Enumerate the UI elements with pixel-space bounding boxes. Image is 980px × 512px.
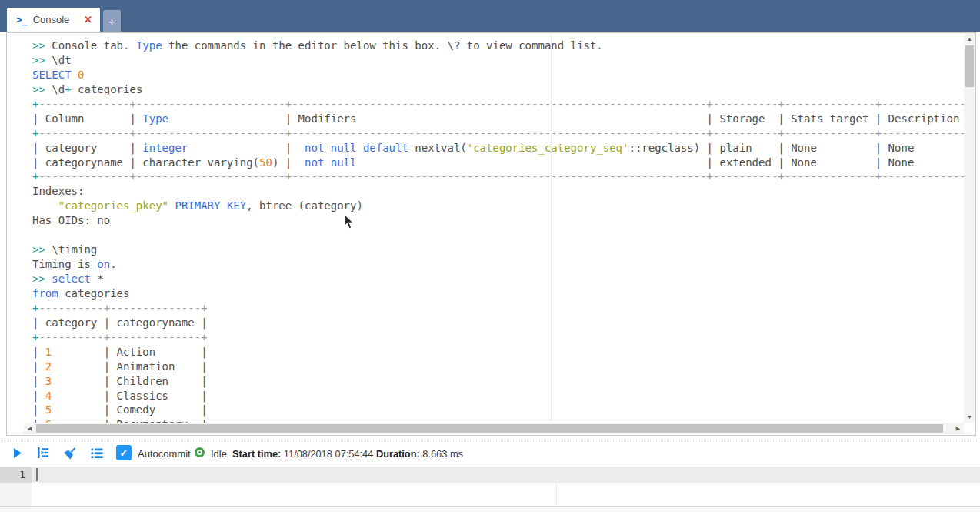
duration-value: 8.663 ms: [422, 448, 463, 460]
console-line: from categories: [32, 286, 972, 301]
command-history-button[interactable]: [91, 448, 103, 459]
console-line: Timing is on.: [32, 257, 972, 272]
console-line: "categories_pkey" PRIMARY KEY, btree (ca…: [32, 199, 972, 213]
horizontal-scrollbar-thumb[interactable]: [36, 424, 943, 433]
new-tab-button[interactable]: +: [103, 10, 121, 32]
console-line: | 1 | Action |: [32, 345, 972, 360]
run-button[interactable]: [12, 447, 23, 459]
scroll-left-arrow-icon[interactable]: ◀: [24, 423, 35, 434]
omnidb-console-window: >_ Console ✕ + >> Console tab. Type the …: [0, 0, 980, 512]
editor-gutter: [0, 483, 32, 506]
console-line: | 4 | Classics |: [32, 389, 972, 403]
query-stats: Start time: 11/08/2018 07:54:44 Duration…: [232, 448, 463, 460]
autocommit-label: Autocommit: [138, 448, 191, 460]
tab-console[interactable]: >_ Console ✕: [7, 8, 100, 32]
start-time-label: Start time:: [232, 448, 281, 460]
autocommit-checkbox[interactable]: ✓: [116, 445, 132, 460]
plus-icon: +: [108, 15, 115, 28]
terminal-icon: >_: [16, 14, 27, 25]
console-output[interactable]: >> Console tab. Type the commands in the…: [6, 32, 976, 436]
tab-console-label: Console: [33, 14, 78, 25]
horizontal-scrollbar[interactable]: ◀ ▶: [24, 423, 964, 434]
console-line: | category | categoryname |: [32, 316, 972, 330]
duration-label: Duration:: [376, 448, 420, 460]
editor-print-margin-ruler: [556, 483, 557, 506]
console-line: | 3 | Children |: [32, 374, 972, 389]
console-line: +----------+--------------+: [32, 301, 972, 316]
clear-console-button[interactable]: [64, 446, 77, 460]
indent-sql-button[interactable]: [37, 447, 49, 459]
status-dot-inner: [198, 451, 201, 453]
console-line: Indexes:: [32, 184, 972, 199]
close-tab-icon[interactable]: ✕: [84, 14, 92, 25]
console-line: +--------------+-----------------------+…: [32, 126, 972, 141]
bottom-strip: [0, 507, 980, 512]
sql-editor[interactable]: 1: [0, 467, 980, 507]
console-toolbar: ✓ Autocommit Idle Start time: 11/08/2018…: [0, 440, 980, 466]
vertical-scrollbar-thumb[interactable]: [965, 45, 974, 87]
console-output-lines: >> Console tab. Type the commands in the…: [32, 38, 972, 432]
console-line: | categoryname | character varying(50) |…: [32, 156, 972, 170]
scroll-down-arrow-icon[interactable]: ▼: [964, 411, 975, 423]
editor-line-number: 1: [0, 467, 32, 483]
vertical-scrollbar[interactable]: ▲ ▼: [964, 33, 975, 423]
scroll-right-arrow-icon[interactable]: ▶: [952, 423, 964, 434]
tab-bar: >_ Console ✕ +: [0, 0, 980, 32]
console-line: +--------------+-----------------------+…: [32, 97, 972, 112]
console-line: | 5 | Comedy |: [32, 403, 972, 417]
connection-status-icon: [195, 447, 205, 457]
console-line: [32, 228, 972, 243]
console-line: Has OIDs: no: [32, 213, 972, 228]
console-line: +----------+--------------+: [32, 330, 972, 345]
console-line: | 2 | Animation |: [32, 360, 972, 374]
console-line: +--------------+-----------------------+…: [32, 169, 972, 184]
console-line: >> Console tab. Type the commands in the…: [32, 38, 972, 53]
scroll-up-arrow-icon[interactable]: ▲: [964, 33, 975, 45]
console-line: | category | integer | not null default …: [32, 141, 972, 156]
console-line: >> \d+ categories: [32, 82, 972, 97]
text-cursor: [36, 468, 38, 481]
status-text: Idle: [211, 448, 227, 460]
editor-active-line[interactable]: [0, 467, 980, 483]
console-line: >> select *: [32, 272, 972, 286]
check-icon: ✓: [120, 447, 128, 459]
console-line: >> \timing: [32, 243, 972, 257]
console-line: | Column | Type | Modifiers | Storage | …: [32, 112, 972, 126]
console-line: SELECT 0: [32, 68, 972, 82]
console-line: >> \dt: [32, 53, 972, 68]
start-time-value: 11/08/2018 07:54:44: [284, 448, 373, 460]
mouse-cursor: [343, 213, 355, 230]
